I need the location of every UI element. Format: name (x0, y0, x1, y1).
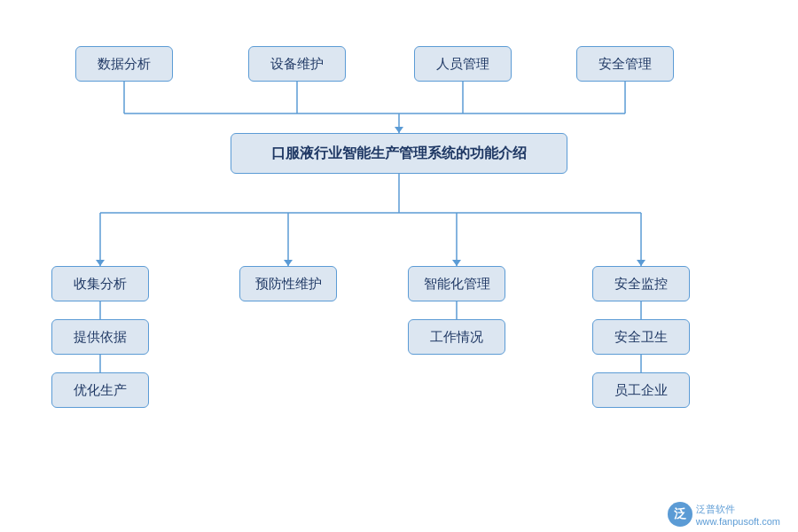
watermark-text: 泛普软件 www.fanpusoft.com (696, 503, 780, 527)
top-node-4: 安全管理 (576, 46, 674, 82)
top-node-1: 数据分析 (75, 46, 173, 82)
watermark: 泛 泛普软件 www.fanpusoft.com (668, 502, 780, 527)
child-col2-1: 预防性维护 (239, 266, 337, 301)
svg-marker-16 (637, 260, 645, 266)
svg-marker-10 (96, 260, 105, 266)
diagram-container: 口服液行业智能生产管理系统的功能介绍 数据分析 设备维护 人员管理 安全管理 收… (0, 0, 798, 497)
top-node-2: 设备维护 (248, 46, 346, 82)
svg-marker-14 (452, 260, 461, 266)
main-node: 口服液行业智能生产管理系统的功能介绍 (231, 133, 567, 174)
child-col3-2: 工作情况 (408, 319, 505, 355)
child-col3-1: 智能化管理 (408, 266, 505, 301)
child-col1-2: 提供依据 (51, 319, 149, 355)
watermark-logo: 泛 (668, 502, 692, 527)
svg-marker-6 (395, 127, 403, 133)
child-col1-1: 收集分析 (51, 266, 149, 301)
svg-marker-12 (284, 260, 293, 266)
child-col4-1: 安全监控 (592, 266, 690, 301)
child-col4-3: 员工企业 (592, 372, 690, 408)
footer: 泛 泛普软件 www.fanpusoft.com (0, 497, 798, 532)
child-col4-2: 安全卫生 (592, 319, 690, 355)
top-node-3: 人员管理 (414, 46, 512, 82)
child-col1-3: 优化生产 (51, 372, 149, 408)
